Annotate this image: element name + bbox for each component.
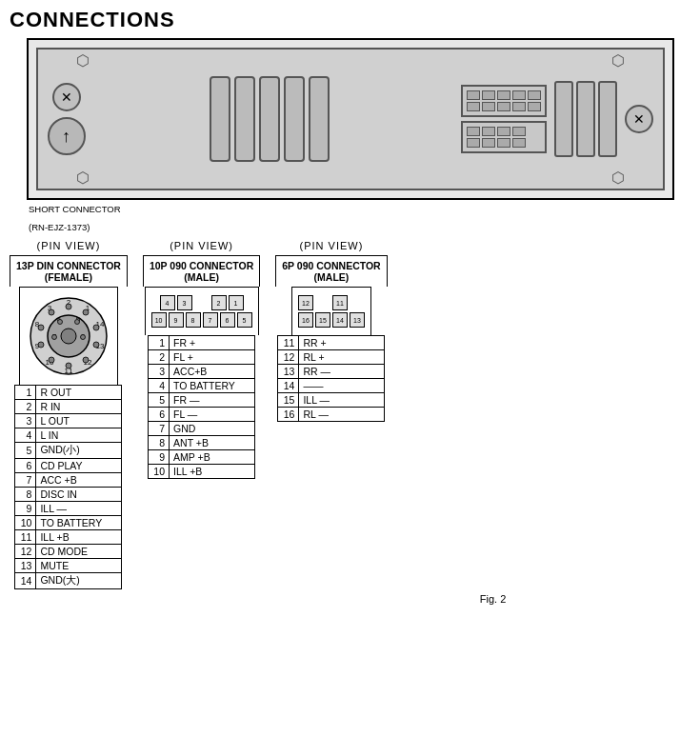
pin-view-10p: (PIN VIEW) [170, 240, 233, 251]
hex-bolt-bottom-right: ⬡ [611, 169, 625, 187]
pin-box-14: 14 [332, 312, 348, 328]
hex-bolt-left: ⬡ [76, 51, 90, 70]
svg-point-21 [83, 357, 89, 363]
svg-point-27 [57, 320, 62, 325]
table-row: 6CD PLAY [15, 459, 122, 473]
short-connector-label: SHORT CONNECTOR [29, 204, 690, 214]
page-title: CONNECTIONS [10, 8, 690, 32]
pin-box-1: 1 [229, 295, 244, 310]
din-connector-svg: 2 1 14 13 12 11 10 9 8 3 4 5 7 6 [26, 293, 111, 379]
right-slot-2 [576, 81, 595, 157]
pin-box-5: 5 [237, 312, 252, 328]
table-row: 15ILL — [278, 393, 385, 408]
svg-point-26 [49, 309, 54, 315]
table-row: 8DISC IN [15, 488, 122, 502]
slot-1 [210, 76, 230, 162]
svg-point-29 [51, 335, 56, 340]
slot-area [86, 76, 453, 162]
pin-view-6p: (PIN VIEW) [300, 240, 364, 251]
table-row: 9AMP +B [149, 450, 255, 465]
10p-090-panel: (PIN VIEW) 10P 090 CONNECTOR (MALE) 4 3 … [143, 240, 260, 479]
table-row: 12RL + [278, 350, 385, 365]
table-row: 4L IN [15, 428, 122, 443]
svg-point-30 [80, 335, 85, 340]
center-connector-top [461, 85, 547, 117]
6p-090-panel: (PIN VIEW) 6P 090 CONNECTOR (MALE) 12 11… [275, 240, 387, 422]
connectors-section: (PIN VIEW) 13P DIN CONNECTOR (FEMALE) 2 … [10, 240, 690, 589]
right-panel: ✕ [554, 81, 653, 157]
svg-point-28 [74, 320, 79, 325]
slot-3 [259, 76, 280, 162]
6p-pin-grid: 12 11 16 15 14 13 [298, 295, 365, 328]
table-row: 1FR + [149, 336, 255, 350]
fig-label: Fig. 2 [295, 593, 690, 605]
pin-box-3: 3 [177, 295, 192, 310]
hex-bolt-bottom-left: ⬡ [76, 169, 90, 187]
svg-point-2 [61, 329, 76, 344]
x-button-left: ✕ [52, 83, 81, 111]
slot-5 [309, 76, 330, 162]
table-row: 11ILL +B [15, 530, 122, 545]
table-row: 10ILL +B [149, 465, 255, 479]
10p-pin-table: 1FR +2FL +3ACC+B4TO BATTERY5FR —6FL —7GN… [148, 335, 255, 479]
pin-box-12: 12 [298, 295, 313, 310]
svg-point-25 [38, 325, 44, 330]
table-row: 14GND(大) [15, 573, 122, 589]
table-row: 7ACC +B [15, 473, 122, 488]
svg-point-20 [93, 342, 99, 348]
6p-diagram: 12 11 16 15 14 13 [291, 287, 371, 335]
6p-title: 6P 090 CONNECTOR (MALE) [275, 255, 387, 287]
slot-2 [234, 76, 255, 162]
svg-point-18 [83, 309, 89, 315]
x-button-right: ✕ [625, 105, 653, 133]
10p-title: 10P 090 CONNECTOR (MALE) [143, 255, 260, 287]
table-row: 5GND(小) [15, 443, 122, 459]
pin-box-15: 15 [315, 312, 330, 328]
pin-box-8: 8 [186, 312, 201, 328]
pin-box-9: 9 [169, 312, 184, 328]
table-row: 2R IN [15, 400, 122, 414]
table-row: 5FR — [149, 393, 255, 408]
table-row: 6FL — [149, 408, 255, 422]
table-row: 13MUTE [15, 559, 122, 573]
13p-diagram: 2 1 14 13 12 11 10 9 8 3 4 5 7 6 [19, 287, 118, 385]
svg-point-22 [66, 363, 71, 368]
table-row: 12CD MODE [15, 545, 122, 559]
hex-bolt-right: ⬡ [611, 51, 625, 70]
short-connector-part: (RN-EJZ-1373) [29, 222, 690, 232]
table-row: 4TO BATTERY [149, 379, 255, 393]
table-row: 11RR + [278, 336, 385, 350]
pin-box-6: 6 [220, 312, 235, 328]
pin-box-13: 13 [350, 312, 365, 328]
table-row: 14—— [278, 379, 385, 393]
table-row: 8ANT +B [149, 436, 255, 450]
center-connector-bottom [461, 121, 547, 153]
svg-point-24 [38, 342, 44, 348]
10p-pin-grid: 4 3 2 1 10 9 8 7 6 5 [151, 295, 252, 328]
table-row: 7GND [149, 422, 255, 436]
pin-box-11: 11 [332, 295, 348, 310]
13p-title: 13P DIN CONNECTOR (FEMALE) [10, 255, 128, 287]
pin-view-13p: (PIN VIEW) [37, 240, 101, 251]
table-row: 9ILL — [15, 502, 122, 516]
pin-box-4: 4 [160, 295, 175, 310]
10p-diagram: 4 3 2 1 10 9 8 7 6 5 [145, 287, 259, 335]
13p-din-panel: (PIN VIEW) 13P DIN CONNECTOR (FEMALE) 2 … [10, 240, 128, 589]
table-row: 1R OUT [15, 386, 122, 400]
svg-point-17 [66, 304, 71, 309]
arrow-knob: ↑ [48, 117, 86, 155]
table-row: 16RL — [278, 408, 385, 422]
table-row: 13RR — [278, 365, 385, 379]
table-row: 3L OUT [15, 414, 122, 428]
right-slot-1 [554, 81, 573, 157]
6p-pin-table: 11RR +12RL +13RR —14——15ILL —16RL — [277, 335, 385, 422]
pin-box-2: 2 [211, 295, 227, 310]
table-row: 2FL + [149, 350, 255, 365]
right-slot-3 [598, 81, 617, 157]
stereo-diagram: ✕ ↑ [27, 38, 674, 200]
svg-point-23 [49, 357, 54, 363]
table-row: 10TO BATTERY [15, 516, 122, 530]
13p-pin-table: 1R OUT2R IN3L OUT4L IN5GND(小)6CD PLAY7AC… [14, 385, 122, 589]
pin-box-10: 10 [151, 312, 167, 328]
table-row: 3ACC+B [149, 365, 255, 379]
